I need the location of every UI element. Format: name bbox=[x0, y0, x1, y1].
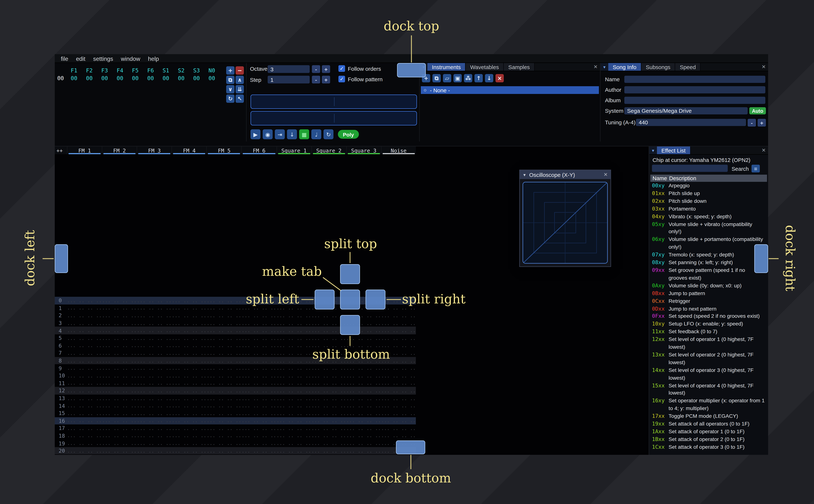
pattern-cell[interactable]: ... .. .. .. bbox=[206, 335, 241, 341]
pattern-cell[interactable]: ... .. .. .. bbox=[172, 440, 206, 446]
pattern-cell[interactable]: ... .. .. .. bbox=[172, 328, 206, 333]
pattern-cell[interactable]: ... .. .. .. bbox=[67, 365, 102, 371]
pattern-cell[interactable]: ... .. .. .. bbox=[67, 320, 102, 326]
pattern-cell[interactable]: ... .. .. .. bbox=[346, 418, 381, 424]
effect-list-row[interactable]: 01xxPitch slide up bbox=[650, 190, 768, 197]
pattern-cell[interactable]: ... .. .. .. bbox=[241, 358, 276, 363]
pattern-cell[interactable]: ... .. .. .. bbox=[137, 403, 172, 408]
instrument-open-button[interactable]: ▱ bbox=[443, 74, 451, 82]
pattern-cell[interactable]: ... .. .. .. bbox=[276, 328, 311, 333]
pattern-cell[interactable]: ... .. .. .. bbox=[102, 380, 137, 386]
pattern-cell[interactable]: ... .. .. .. bbox=[172, 410, 206, 416]
order-change-mode-button[interactable]: ↻ bbox=[226, 95, 234, 103]
pattern-cell[interactable]: ... .. .. .. bbox=[102, 426, 137, 431]
metronome-button[interactable]: ♩ bbox=[311, 129, 321, 139]
pattern-cell[interactable]: ... .. .. .. bbox=[346, 380, 381, 386]
hamburger-menu-icon[interactable]: ≡ bbox=[752, 165, 760, 172]
pattern-cell[interactable]: ... .. .. .. bbox=[311, 440, 346, 446]
pattern-cell[interactable]: ... .. .. .. bbox=[67, 403, 102, 408]
channel-header-fm-6[interactable]: FM 6 bbox=[241, 146, 276, 154]
pattern-cell[interactable]: ... .. .. .. bbox=[381, 320, 416, 326]
pattern-cell[interactable]: ... .. .. .. bbox=[381, 335, 416, 341]
effect-list-row[interactable]: 1BxxSet attack of operator 2 (0 to 1F) bbox=[650, 435, 768, 443]
pattern-cell[interactable]: ... .. .. .. bbox=[206, 320, 241, 326]
pattern-cell[interactable]: ... .. .. .. bbox=[381, 403, 416, 408]
pattern-cell[interactable]: ... .. .. .. bbox=[241, 403, 276, 408]
pattern-cell[interactable]: ... .. .. .. bbox=[137, 305, 172, 311]
pattern-cell[interactable]: ... .. .. .. bbox=[102, 388, 137, 393]
pattern-cell[interactable]: ... .. .. .. bbox=[102, 373, 137, 378]
close-icon[interactable]: ✕ bbox=[604, 172, 608, 177]
order-duplicate-to-end-button[interactable]: ⇊ bbox=[235, 85, 244, 93]
pattern-cell[interactable]: ... .. .. .. bbox=[172, 320, 206, 326]
order-cell[interactable]: 00 bbox=[112, 75, 128, 81]
step-decrease-button[interactable]: - bbox=[312, 76, 320, 83]
pattern-cell[interactable]: ... .. .. .. bbox=[381, 380, 416, 386]
pattern-cell[interactable]: ... .. .. .. bbox=[311, 395, 346, 401]
pattern-cell[interactable]: ... .. .. .. bbox=[241, 373, 276, 378]
dock-target-top[interactable] bbox=[397, 63, 426, 77]
pattern-cell[interactable]: ... .. .. .. bbox=[102, 410, 137, 416]
play-from-cursor-button[interactable]: ⇥ bbox=[275, 129, 285, 139]
pattern-cell[interactable]: ... .. .. .. bbox=[276, 418, 311, 424]
pattern-cell[interactable]: ... .. .. .. bbox=[311, 335, 346, 341]
collapse-icon[interactable]: ▼ bbox=[523, 173, 527, 177]
pattern-cell[interactable]: ... .. .. .. bbox=[206, 380, 241, 386]
close-icon[interactable]: ✕ bbox=[759, 63, 768, 71]
effect-list-row[interactable]: 11xxSet feedback (0 to 7) bbox=[650, 328, 768, 336]
pattern-cell[interactable]: ... .. .. .. bbox=[137, 320, 172, 326]
pattern-cell[interactable]: ... .. .. .. bbox=[206, 388, 241, 393]
channel-header-fm-2[interactable]: FM 2 bbox=[102, 146, 137, 154]
tab-subsongs[interactable]: Subsongs bbox=[641, 63, 675, 71]
instrument-save-button[interactable]: ▣ bbox=[454, 74, 462, 82]
order-remove-button[interactable]: − bbox=[235, 66, 244, 75]
menu-help[interactable]: help bbox=[144, 55, 163, 62]
pattern-cell[interactable]: ... .. .. .. bbox=[206, 313, 241, 318]
pattern-cell[interactable]: ... .. .. .. bbox=[102, 335, 137, 341]
pattern-cell[interactable]: ... .. .. .. bbox=[346, 403, 381, 408]
effect-list-row[interactable]: 17xxToggle PCM mode (LEGACY) bbox=[650, 412, 768, 420]
pattern-cell[interactable]: ... .. .. .. bbox=[67, 343, 102, 348]
pattern-cell[interactable]: ... .. .. .. bbox=[67, 410, 102, 416]
pattern-cell[interactable]: ... .. .. .. bbox=[381, 418, 416, 424]
pattern-cell[interactable]: ... .. .. .. bbox=[206, 433, 241, 438]
tab-speed[interactable]: Speed bbox=[675, 63, 701, 71]
pattern-cell[interactable]: ... .. .. .. bbox=[67, 388, 102, 393]
pattern-cell[interactable]: ... .. .. .. bbox=[67, 380, 102, 386]
pattern-cell[interactable]: ... .. .. .. bbox=[137, 433, 172, 438]
follow-orders-checkbox[interactable]: ✓ Follow orders bbox=[338, 65, 381, 72]
pattern-cell[interactable]: ... .. .. .. bbox=[206, 395, 241, 401]
pattern-cell[interactable]: ... .. .. .. bbox=[102, 403, 137, 408]
pattern-cell[interactable]: ... .. .. .. bbox=[241, 440, 276, 446]
instrument-move-down-button[interactable]: ↓ bbox=[485, 74, 493, 82]
effect-list-row[interactable]: 0CxxRetrigger bbox=[650, 297, 768, 305]
pattern-cell[interactable]: ... .. .. .. bbox=[346, 448, 381, 454]
pattern-cell[interactable]: ... .. .. .. bbox=[311, 380, 346, 386]
octave-increase-button[interactable]: + bbox=[322, 65, 330, 73]
instrument-organize-button[interactable]: ⁂ bbox=[464, 74, 472, 82]
pattern-cell[interactable]: ... .. .. .. bbox=[206, 358, 241, 363]
step-input[interactable]: 1 bbox=[268, 76, 310, 83]
pattern-cell[interactable]: ... .. .. .. bbox=[206, 365, 241, 371]
pattern-cell[interactable]: ... .. .. .. bbox=[241, 433, 276, 438]
pattern-cell[interactable]: ... .. .. .. bbox=[172, 298, 206, 303]
pattern-cell[interactable]: ... .. .. .. bbox=[172, 426, 206, 431]
pattern-cell[interactable]: ... .. .. .. bbox=[346, 335, 381, 341]
close-icon[interactable]: ✕ bbox=[591, 63, 600, 71]
pattern-cell[interactable]: ... .. .. .. bbox=[137, 328, 172, 333]
pattern-cell[interactable]: ... .. .. .. bbox=[172, 433, 206, 438]
tab-instruments[interactable]: Instruments bbox=[428, 63, 466, 71]
pattern-cell[interactable]: ... .. .. .. bbox=[381, 313, 416, 318]
pattern-cell[interactable]: ... .. .. .. bbox=[206, 418, 241, 424]
pattern-cell[interactable]: ... .. .. .. bbox=[102, 313, 137, 318]
pattern-cell[interactable]: ... .. .. .. bbox=[346, 426, 381, 431]
order-cell[interactable]: 00 bbox=[158, 75, 173, 81]
order-duplicate-button[interactable]: ⧉ bbox=[226, 76, 234, 84]
pattern-cell[interactable]: ... .. .. .. bbox=[137, 440, 172, 446]
pattern-cell[interactable]: ... .. .. .. bbox=[311, 418, 346, 424]
pattern-cell[interactable]: ... .. .. .. bbox=[276, 380, 311, 386]
pattern-cell[interactable]: ... .. .. .. bbox=[206, 440, 241, 446]
order-cell[interactable]: 00 bbox=[66, 75, 82, 81]
stop-button[interactable]: ■ bbox=[299, 129, 309, 139]
effect-list-row[interactable]: 12xxSet level of operator 1 (0 highest, … bbox=[650, 335, 768, 351]
